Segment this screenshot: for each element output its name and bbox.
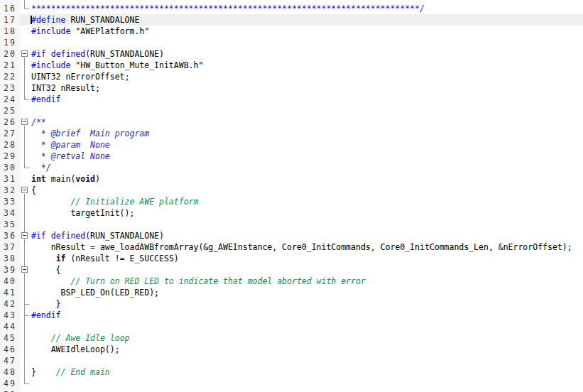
fold-collapse-box[interactable]	[21, 50, 28, 57]
line-number[interactable]: 50	[0, 389, 20, 392]
code-line[interactable]: 49	[0, 378, 583, 389]
code-line[interactable]: 21 #include "HW_Button_Mute_InitAWB.h"	[0, 60, 583, 71]
fold-margin	[20, 366, 30, 378]
line-number[interactable]: 26	[0, 116, 20, 128]
line-number[interactable]: 40	[0, 276, 20, 287]
code-line[interactable]: 27 * @brief Main program	[0, 128, 583, 139]
fold-margin	[20, 14, 30, 26]
line-number[interactable]: 31	[0, 173, 20, 185]
code-segment-doc: /**	[31, 117, 46, 127]
code-line[interactable]: 29 * @retval None	[0, 151, 583, 162]
code-line[interactable]: 45 // Awe Idle loop	[0, 332, 583, 344]
line-number[interactable]: 20	[0, 48, 20, 60]
code-line[interactable]: 50	[0, 389, 583, 392]
fold-collapse-box[interactable]	[21, 266, 28, 273]
code-line[interactable]: 22 UINT32 nErrorOffset;	[0, 71, 583, 82]
code-line[interactable]: 23 INT32 nResult;	[0, 82, 583, 94]
code-segment-kw: void	[75, 174, 95, 184]
line-number[interactable]: 21	[0, 60, 20, 71]
line-number[interactable]: 17	[0, 14, 20, 26]
code-editor[interactable]: 15 16 **********************************…	[0, 0, 583, 392]
code-line[interactable]: 47	[0, 355, 583, 366]
code-line[interactable]: 39 {	[0, 264, 583, 276]
line-number[interactable]: 45	[0, 332, 20, 344]
code-line[interactable]: 17 #define RUN_STANDALONE	[0, 14, 583, 26]
line-number[interactable]: 32	[0, 185, 20, 196]
line-number[interactable]: 37	[0, 241, 20, 253]
fold-margin[interactable]	[20, 116, 30, 128]
line-number[interactable]: 48	[0, 366, 20, 378]
line-number[interactable]: 23	[0, 82, 20, 94]
line-number[interactable]: 24	[0, 94, 20, 105]
code-line[interactable]: 36 #if defined(RUN_STANDALONE)	[0, 230, 583, 241]
fold-margin[interactable]	[20, 264, 30, 276]
code-line[interactable]: 48 } // End main	[0, 366, 583, 378]
line-number[interactable]: 36	[0, 230, 20, 241]
fold-collapse-box[interactable]	[21, 187, 28, 193]
code-line[interactable]: 24 #endif	[0, 94, 583, 105]
code-line[interactable]: 18 #include "AWEPlatform.h"	[0, 26, 583, 37]
code-line[interactable]: 37 nResult = awe_loadAWBfromArray(&g_AWE…	[0, 241, 583, 253]
code-text: INT32 nResult;	[30, 82, 583, 94]
code-text: /**	[30, 116, 583, 128]
code-line[interactable]: 32 {	[0, 185, 583, 196]
line-number[interactable]: 34	[0, 207, 20, 219]
code-line[interactable]: 20 #if defined(RUN_STANDALONE)	[0, 48, 583, 60]
code-line[interactable]: 25	[0, 105, 583, 116]
code-line[interactable]: 19	[0, 37, 583, 48]
code-segment-pp: defined	[51, 231, 85, 241]
line-number[interactable]: 47	[0, 355, 20, 366]
line-number[interactable]: 49	[0, 378, 20, 389]
code-line[interactable]: 35	[0, 219, 583, 230]
line-number[interactable]: 35	[0, 219, 20, 230]
fold-margin[interactable]	[20, 230, 30, 241]
line-number[interactable]: 25	[0, 105, 20, 116]
line-number[interactable]: 44	[0, 321, 20, 332]
fold-margin	[20, 378, 30, 389]
code-line[interactable]: 41 BSP_LED_On(LED_RED);	[0, 287, 583, 298]
fold-margin	[20, 128, 30, 139]
fold-margin[interactable]	[20, 48, 30, 60]
line-number[interactable]: 16	[0, 3, 20, 14]
code-segment-com: // Awe Idle loop	[51, 333, 130, 343]
code-line[interactable]: 34 targetInit();	[0, 207, 583, 219]
code-line[interactable]: 40 // Turn on RED LED to indicate that m…	[0, 276, 583, 287]
code-text	[30, 219, 583, 230]
code-line[interactable]: 43 #endif	[0, 310, 583, 321]
code-line[interactable]: 42 }	[0, 298, 583, 310]
line-number[interactable]: 42	[0, 298, 20, 310]
code-line[interactable]: 31 int main(void)	[0, 173, 583, 185]
code-line[interactable]: 46 AWEIdleLoop();	[0, 344, 583, 355]
line-number[interactable]: 39	[0, 264, 20, 276]
line-number[interactable]: 38	[0, 253, 20, 264]
code-segment-txt	[31, 276, 70, 286]
line-number[interactable]: 33	[0, 196, 20, 207]
line-number[interactable]: 22	[0, 71, 20, 82]
fold-collapse-box[interactable]	[21, 232, 28, 239]
code-line[interactable]: 33 // Initialize AWE platform	[0, 196, 583, 207]
line-number[interactable]: 29	[0, 151, 20, 162]
code-text: * @param None	[30, 139, 583, 151]
line-number[interactable]: 27	[0, 128, 20, 139]
code-line[interactable]: 44	[0, 321, 583, 332]
code-segment-com: // End main	[56, 367, 110, 377]
fold-margin	[20, 344, 30, 355]
line-number[interactable]: 30	[0, 162, 20, 173]
code-text	[30, 355, 583, 366]
code-text: nResult = awe_loadAWBfromArray(&g_AWEIns…	[30, 241, 583, 253]
fold-margin	[20, 60, 30, 71]
code-line[interactable]: 16 *************************************…	[0, 3, 583, 14]
code-line[interactable]: 28 * @param None	[0, 139, 583, 151]
line-number[interactable]: 46	[0, 344, 20, 355]
line-number[interactable]: 18	[0, 26, 20, 37]
code-line[interactable]: 26 /**	[0, 116, 583, 128]
line-number[interactable]: 41	[0, 287, 20, 298]
line-number[interactable]: 19	[0, 37, 20, 48]
fold-margin[interactable]	[20, 185, 30, 196]
line-number[interactable]: 28	[0, 139, 20, 151]
code-line[interactable]: 30 */	[0, 162, 583, 173]
line-number[interactable]: 43	[0, 310, 20, 321]
fold-collapse-box[interactable]	[21, 119, 28, 125]
code-segment-kw: if	[56, 254, 66, 263]
code-line[interactable]: 38 if (nResult != E_SUCCESS)	[0, 253, 583, 264]
